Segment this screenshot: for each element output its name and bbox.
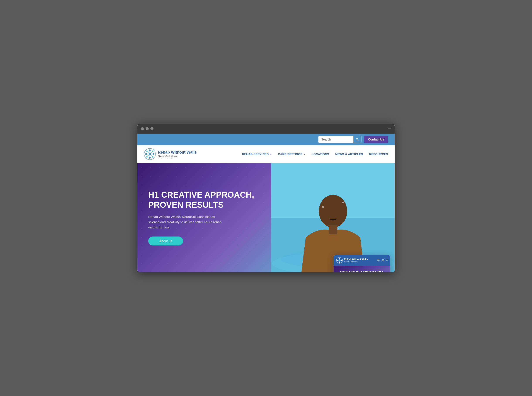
mobile-logo-text: Rehab Without Walls NeuroSolutions bbox=[344, 258, 368, 263]
nav-label-care-settings: CARE SETTINGS bbox=[278, 152, 303, 156]
mobile-mail-icon[interactable]: ✉ bbox=[382, 259, 384, 262]
svg-line-16 bbox=[148, 155, 149, 156]
svg-point-2 bbox=[149, 157, 151, 159]
svg-point-22 bbox=[319, 195, 347, 227]
svg-point-25 bbox=[342, 202, 344, 203]
mobile-list-icon[interactable]: ☰ bbox=[377, 259, 380, 262]
svg-point-32 bbox=[339, 260, 340, 261]
svg-point-30 bbox=[337, 260, 338, 261]
nav-item-news[interactable]: NEWS & ARTICLES bbox=[335, 152, 363, 156]
caret-rehab-services: ▼ bbox=[270, 153, 272, 155]
svg-point-29 bbox=[339, 262, 340, 263]
svg-point-8 bbox=[152, 156, 153, 157]
hero-heading: H1 CREATIVE APPROACH, PROVEN RESULTS bbox=[148, 190, 260, 210]
caret-care-settings: ▼ bbox=[303, 153, 305, 155]
svg-point-5 bbox=[146, 151, 148, 152]
svg-point-28 bbox=[339, 257, 340, 259]
nav-label-locations: LOCATIONS bbox=[312, 152, 329, 156]
nav-item-resources[interactable]: RESOURCES bbox=[369, 152, 388, 156]
mobile-logo-title: Rehab Without Walls bbox=[344, 258, 368, 261]
search-button[interactable] bbox=[354, 136, 361, 143]
nav-item-care-settings[interactable]: CARE SETTINGS ▼ bbox=[278, 152, 305, 156]
contact-button[interactable]: Contact Us bbox=[364, 136, 388, 143]
mobile-hero-heading: CREATIVE APPROACH, PROVEN RESULTS bbox=[337, 270, 387, 272]
svg-point-24 bbox=[322, 206, 324, 208]
logo-subtitle: NeuroSolutions bbox=[158, 155, 197, 158]
svg-point-1 bbox=[149, 149, 151, 151]
mobile-header: Rehab Without Walls NeuroSolutions ☰ ✉ ≡ bbox=[334, 255, 390, 266]
browser-window: — Contact Us bbox=[137, 124, 395, 272]
nav-item-rehab-services[interactable]: REHAB SERVICES ▼ bbox=[242, 152, 272, 156]
svg-point-6 bbox=[152, 151, 153, 152]
svg-point-3 bbox=[145, 153, 147, 155]
dot-green bbox=[150, 127, 154, 130]
logo-text-area: Rehab Without Walls NeuroSolutions bbox=[158, 150, 197, 158]
mobile-hero: CREATIVE APPROACH, PROVEN RESULTS Rehab … bbox=[334, 266, 390, 272]
mobile-menu-icon[interactable]: ≡ bbox=[386, 259, 388, 262]
logo-icon bbox=[144, 148, 156, 160]
hero-left: H1 CREATIVE APPROACH, PROVEN RESULTS Reh… bbox=[137, 163, 271, 272]
about-button[interactable]: About us bbox=[148, 237, 183, 245]
hero-subtext: Rehab Without Walls® NeuroSolutions blen… bbox=[148, 214, 222, 230]
svg-point-31 bbox=[341, 260, 342, 261]
mobile-preview: Rehab Without Walls NeuroSolutions ☰ ✉ ≡… bbox=[334, 255, 390, 272]
search-input[interactable] bbox=[319, 136, 354, 142]
dot-yellow bbox=[146, 127, 149, 130]
nav-label-resources: RESOURCES bbox=[369, 152, 388, 156]
nav-label-rehab-services: REHAB SERVICES bbox=[242, 152, 269, 156]
svg-point-26 bbox=[338, 228, 339, 229]
logo-title: Rehab Without Walls bbox=[158, 150, 197, 155]
svg-line-17 bbox=[151, 155, 152, 156]
browser-chrome: — bbox=[137, 124, 395, 134]
nav-label-news: NEWS & ARTICLES bbox=[335, 152, 363, 156]
search-icon bbox=[356, 138, 359, 141]
header-nav: Rehab Without Walls NeuroSolutions REHAB… bbox=[137, 145, 395, 163]
top-bar: Contact Us bbox=[137, 134, 395, 145]
browser-dots bbox=[141, 127, 154, 130]
mobile-logo-area: Rehab Without Walls NeuroSolutions bbox=[336, 257, 368, 264]
hero-section: H1 CREATIVE APPROACH, PROVEN RESULTS Reh… bbox=[137, 163, 395, 272]
svg-line-14 bbox=[148, 152, 149, 153]
search-container bbox=[318, 136, 361, 143]
svg-line-15 bbox=[151, 152, 152, 153]
nav-item-locations[interactable]: LOCATIONS bbox=[312, 152, 329, 156]
svg-point-4 bbox=[153, 153, 154, 155]
logo-area[interactable]: Rehab Without Walls NeuroSolutions bbox=[144, 148, 197, 160]
dot-red bbox=[141, 127, 144, 130]
svg-point-7 bbox=[146, 156, 148, 157]
main-nav: REHAB SERVICES ▼ CARE SETTINGS ▼ LOCATIO… bbox=[242, 152, 388, 156]
mobile-logo-icon bbox=[336, 257, 343, 264]
svg-rect-23 bbox=[329, 225, 337, 234]
mobile-nav-icons: ☰ ✉ ≡ bbox=[377, 259, 388, 262]
minimize-button[interactable]: — bbox=[388, 127, 391, 131]
svg-point-9 bbox=[149, 153, 151, 155]
mobile-logo-subtitle: NeuroSolutions bbox=[344, 261, 368, 263]
